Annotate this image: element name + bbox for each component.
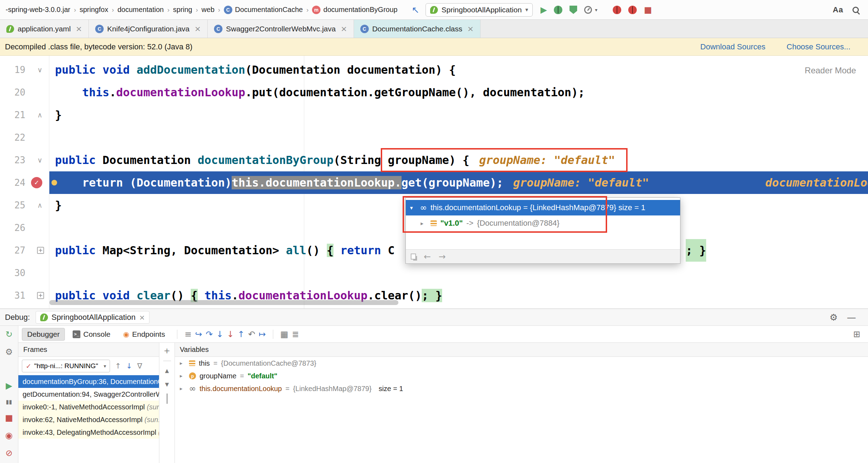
frame-text: getDocumentation:94, Swagger2ControllerW (23, 390, 159, 398)
minimize-icon[interactable]: — (847, 312, 856, 323)
next-frame-icon[interactable]: ↓ (126, 362, 133, 370)
run-button[interactable]: ▶ (540, 5, 547, 15)
forward-arrow-icon[interactable]: → (439, 252, 446, 262)
resume-icon[interactable]: ▶ (6, 381, 12, 391)
scroll-up-icon[interactable]: ▴ (165, 366, 169, 375)
back-arrow-icon[interactable]: ↖ (411, 5, 419, 15)
close-tab-icon[interactable]: × (467, 24, 473, 33)
fold-marker-icon[interactable]: ∨ (35, 59, 44, 81)
breadcrumb-item[interactable]: documentation (117, 6, 164, 14)
stack-frame-row[interactable]: invoke:62, NativeMethodAccessorImpl (sun… (18, 413, 159, 426)
fold-marker-icon[interactable]: ∧ (35, 104, 44, 126)
tab-console[interactable]: >_Console (68, 328, 115, 340)
close-tab-icon[interactable]: × (76, 24, 82, 33)
add-watch-icon[interactable]: + (164, 346, 170, 355)
method-icon: m (312, 6, 320, 14)
translate-icon[interactable]: Aa (833, 5, 843, 14)
coverage-button[interactable] (569, 6, 577, 14)
run-to-cursor-icon[interactable]: ↦ (259, 329, 266, 339)
code-token: addDocumentation (136, 63, 245, 77)
run-config-selector[interactable]: SpringbootAllApplication ▾ (426, 3, 533, 17)
breadcrumb-item[interactable]: spring (173, 6, 192, 14)
gear-icon[interactable]: ⚙ (5, 347, 13, 357)
mute-breakpoints-icon[interactable]: ⊘ (5, 448, 12, 458)
fold-marker-icon[interactable]: + (36, 284, 45, 307)
copy-value-icon[interactable] (411, 254, 416, 260)
editor-tab[interactable]: CDocumentationCache.class× (354, 20, 481, 38)
copy-stack-icon[interactable] (166, 394, 168, 404)
step-over-icon[interactable]: ↷ (206, 329, 213, 339)
fold-marker-icon[interactable]: ∧ (35, 194, 44, 217)
editor-tab[interactable]: CSwagger2ControllerWebMvc.java× (208, 20, 354, 38)
layout-icon[interactable]: ≡ (184, 329, 191, 339)
drop-frame-icon[interactable]: ↶ (248, 329, 255, 339)
debug-button[interactable] (554, 6, 562, 14)
variable-row[interactable]: ▸∞this.documentationLookup = {LinkedHash… (175, 382, 868, 395)
chevron-right-icon[interactable]: ▸ (180, 373, 185, 379)
variable-row[interactable]: ▸pgroupName = "default" (175, 370, 868, 382)
close-icon[interactable]: × (139, 313, 145, 322)
reader-mode-label[interactable]: Reader Mode (805, 66, 856, 75)
evaluate-expression-icon[interactable]: ▦ (280, 329, 288, 339)
breadcrumb-item[interactable]: mdocumentationByGroup (312, 6, 397, 14)
code-editor[interactable]: public void addDocumentation(Documentati… (0, 56, 868, 309)
filter-icon[interactable]: ∇ (137, 362, 142, 370)
stack-frame-row[interactable]: invoke0:-1, NativeMethodAccessorImpl (su… (18, 401, 159, 413)
line-number: 22 (0, 126, 25, 149)
choose-sources-link[interactable]: Choose Sources... (787, 42, 850, 51)
chevron-right-icon[interactable]: ▸ (180, 360, 185, 366)
scroll-down-icon[interactable]: ▾ (165, 380, 169, 389)
close-tab-icon[interactable]: × (195, 24, 201, 33)
close-tab-icon[interactable]: × (341, 24, 347, 33)
profiler-button[interactable] (584, 6, 592, 14)
window-layout-icon[interactable]: ⊞ (853, 329, 860, 339)
tab-debugger[interactable]: Debugger (22, 328, 65, 341)
debug-session-tab[interactable]: SpringbootAllApplication × (36, 311, 149, 324)
variable-row[interactable]: ▸this = {DocumentationCache@7873} (175, 357, 868, 370)
force-step-into-icon[interactable]: ↓ (227, 329, 234, 339)
breadcrumb-item[interactable]: web (202, 6, 215, 14)
profiler-dropdown-icon[interactable]: ▾ (595, 7, 597, 13)
debug-tool-window: Debug: SpringbootAllApplication × ⚙ — ↻ … (0, 309, 868, 463)
watch-icon: ∞ (189, 384, 196, 394)
popup-empty-area (406, 231, 680, 249)
rerun-icon[interactable]: ↻ (5, 329, 12, 339)
active-debug-session-icon[interactable] (613, 6, 621, 14)
stack-frame-row[interactable]: documentationByGroup:36, DocumentationC (18, 375, 159, 388)
editor-tab[interactable]: application.yaml× (0, 20, 89, 38)
gear-icon[interactable]: ⚙ (830, 312, 838, 323)
debug-header: Debug: SpringbootAllApplication × ⚙ — (0, 309, 868, 326)
layout-editor-icon[interactable]: ≣ (292, 329, 299, 339)
show-execution-point-icon[interactable]: ↪ (195, 329, 202, 339)
step-into-icon[interactable]: ↓ (216, 329, 223, 339)
code-token: (Documentation documentation) { (245, 63, 456, 77)
breakpoint-icon[interactable]: ✓ (31, 177, 42, 188)
pause-icon[interactable]: ▮▮ (6, 398, 12, 405)
breadcrumb-item[interactable]: springfox (80, 6, 108, 14)
active-run-session-icon[interactable] (628, 6, 637, 14)
fold-marker-icon[interactable]: + (36, 239, 45, 262)
line-number: 31 (0, 284, 25, 307)
fold-marker-icon[interactable]: ∨ (35, 149, 44, 171)
stack-frame-row[interactable]: invoke:43, DelegatingMethodAccessorImpl … (18, 426, 159, 439)
stop-button[interactable]: ■ (644, 5, 652, 15)
stack-frame-row[interactable]: getDocumentation:94, Swagger2ControllerW (18, 388, 159, 401)
view-breakpoints-icon[interactable]: ◉ (5, 431, 13, 440)
chevron-down-icon: ▾ (104, 363, 106, 369)
back-arrow-icon[interactable]: ← (424, 252, 431, 262)
tab-endpoints[interactable]: ◉Endpoints (118, 328, 170, 340)
download-sources-link[interactable]: Download Sources (700, 42, 765, 51)
chevron-right-icon[interactable]: ▸ (180, 385, 185, 392)
breadcrumb-item[interactable]: CDocumentationCache (224, 6, 303, 14)
annotation-rect-popup (403, 196, 607, 233)
horizontal-scrollbar[interactable] (49, 300, 398, 305)
editor-tab[interactable]: CKnife4jConfiguration.java× (89, 20, 208, 38)
frames-panel: Frames ✓ "http-ni...: RUNNING" ▾ ↑ ↓ ∇ (18, 343, 159, 463)
previous-frame-icon[interactable]: ↑ (115, 362, 121, 370)
stop-icon[interactable]: ■ (5, 413, 13, 423)
search-icon[interactable] (852, 7, 859, 13)
thread-selector[interactable]: ✓ "http-ni...: RUNNING" ▾ (22, 360, 110, 372)
code-token: C (388, 244, 395, 257)
breadcrumb-item[interactable]: -spring-web-3.0.0.jar (6, 6, 70, 14)
step-out-icon[interactable]: ↑ (238, 329, 245, 339)
